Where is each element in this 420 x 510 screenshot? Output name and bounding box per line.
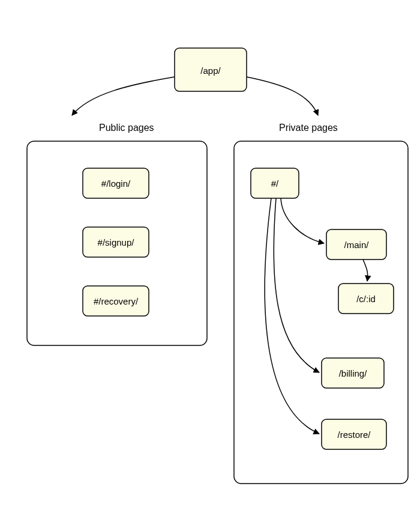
edge-root-private [247,77,318,115]
node-root-label: /app/ [200,65,221,76]
node-hash-root-label: #/ [271,178,279,189]
node-login-label: #/login/ [101,178,131,189]
node-main-label: /main/ [344,240,370,250]
node-recovery-label: #/recovery/ [94,296,139,306]
edge-root-public [72,77,175,115]
node-billing-label: /billing/ [339,368,368,378]
node-restore-label: /restore/ [337,430,371,440]
node-cid-label: /c/:id [356,294,376,304]
private-heading: Private pages [279,123,338,133]
routing-diagram: /app/ Public pages Private pages #/login… [0,0,420,510]
node-signup-label: #/signup/ [98,237,135,247]
public-heading: Public pages [99,123,154,133]
